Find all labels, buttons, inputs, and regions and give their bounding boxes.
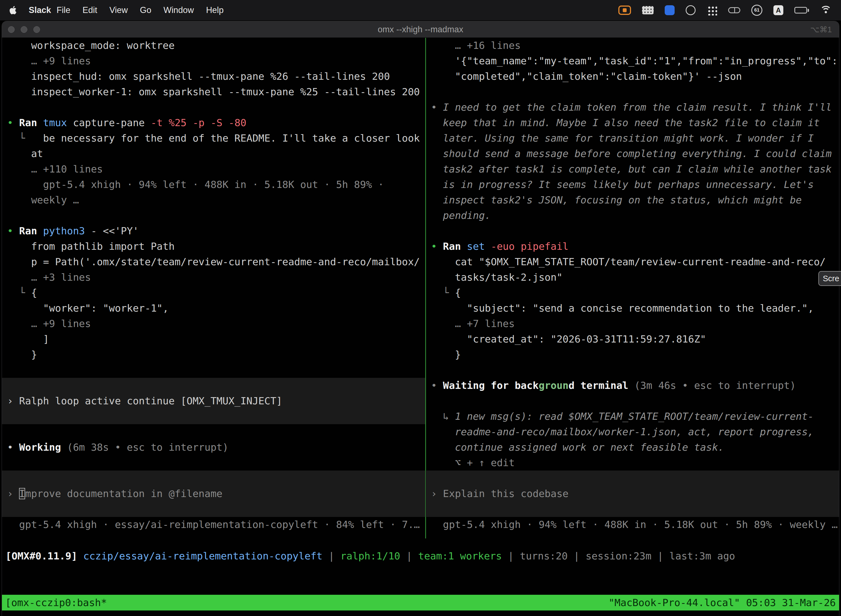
term-segment: └ — [7, 287, 31, 298]
terminal-line: from pathlib import Path — [7, 239, 425, 254]
term-segment: ] — [7, 333, 49, 345]
terminal-line — [7, 100, 425, 115]
menu-window[interactable]: Window — [163, 5, 194, 15]
terminal-line: ⌥ + ↑ edit — [431, 455, 839, 471]
terminal-line: • I need to get the claim token from the… — [431, 100, 839, 115]
tmux-session-label: [omx-cczip0:bash* — [5, 597, 107, 608]
apple-menu-icon[interactable] — [9, 5, 19, 16]
terminal-line: readme-and-reco/mailbox/worker-1.json, a… — [431, 424, 839, 440]
term-segment: is in progress? It seems likely but perh… — [431, 179, 814, 190]
term-segment: | turns:20 | session:23m | last:3m ago — [502, 550, 735, 562]
term-segment: Ran — [19, 225, 43, 236]
terminal-line: weekly … — [7, 192, 425, 208]
terminal-line: • Working (6m 38s • esc to interrupt) — [7, 440, 425, 455]
term-segment: mprove documentation in @filename — [25, 488, 223, 499]
term-segment: Ran — [19, 117, 43, 128]
screen-recording-indicator-icon[interactable] — [618, 6, 631, 15]
term-segment: (6m 38s • esc to interrupt) — [61, 441, 229, 453]
terminal-line: … +16 lines — [431, 38, 839, 53]
term-segment: | — [400, 550, 418, 562]
screen-notification-overlay[interactable]: Scre — [818, 271, 841, 286]
wifi-icon[interactable] — [820, 6, 832, 15]
terminal-line — [431, 223, 839, 239]
term-segment: 1 new msg(s): read $OMX_TEAM_STATE_ROOT/… — [455, 411, 814, 422]
prompt-input[interactable]: › Improve documentation in @filename — [7, 486, 425, 502]
menu-file[interactable]: File — [57, 5, 70, 15]
terminal-line: is in progress? It seems likely but perh… — [431, 177, 839, 192]
window-titlebar[interactable]: omx --xhigh --madmax ⌥⌘1 — [2, 21, 839, 38]
term-segment: • — [431, 380, 443, 391]
minimize-button[interactable] — [21, 26, 27, 33]
term-segment: Working — [19, 441, 61, 453]
term-segment: … +9 lines — [7, 55, 91, 66]
terminal-line: later. Using the same for transition mig… — [431, 131, 839, 146]
terminal-line — [7, 455, 425, 471]
term-segment: weekly … — [7, 194, 79, 205]
terminal-line: └ be necessary for the end of the README… — [7, 131, 425, 146]
term-segment: '{"team_name":"my-team","task_id":"1","f… — [431, 55, 839, 66]
term-segment: • — [7, 225, 19, 236]
term-segment: └ — [7, 132, 31, 144]
terminal-line: … +9 lines — [7, 53, 425, 69]
term-segment: • — [7, 117, 19, 128]
term-segment: at — [7, 148, 43, 159]
prompt-input-band[interactable]: › Improve documentation in @filename — [2, 471, 425, 517]
term-segment: workspace_mode: worktree — [7, 40, 175, 51]
battery-percent-badge[interactable]: 61 — [751, 5, 762, 16]
term-segment: p = Path('.omx/state/team/review-current… — [7, 256, 420, 267]
term-segment: I — [19, 488, 25, 499]
term-segment: inspect_worker-1: omx sparkshell --tmux-… — [7, 86, 420, 97]
menu-go[interactable]: Go — [140, 5, 151, 15]
terminal-window: omx --xhigh --madmax ⌥⌘1 workspace_mode:… — [1, 21, 840, 616]
terminal-line — [431, 84, 839, 100]
terminal-line: inspect task2's JSON, focusing on the st… — [431, 192, 839, 208]
dots-grid-icon[interactable] — [707, 5, 717, 15]
term-segment: pending. — [431, 210, 491, 221]
close-button[interactable] — [8, 26, 15, 33]
terminal-line — [431, 362, 839, 378]
term-segment: … +7 lines — [431, 318, 514, 329]
term-segment: - <<'PY' — [85, 225, 139, 236]
overlay-text: Scre — [823, 274, 840, 283]
menu-bar: Slack File Edit View Go Window Help 61 A — [0, 0, 841, 21]
pill-icon[interactable] — [728, 7, 740, 13]
term-segment: › Explain this codebase — [431, 488, 568, 499]
prompt-suggestion[interactable]: › Explain this codebase — [431, 486, 839, 502]
terminal-line: • Ran python3 - <<'PY' — [7, 223, 425, 239]
menu-view[interactable]: View — [109, 5, 128, 15]
terminal-line: … +3 lines — [7, 270, 425, 285]
term-segment: python3 — [43, 225, 85, 236]
keyboard-grid-icon[interactable] — [642, 6, 653, 14]
term-segment: readme-and-reco/mailbox/worker-1.json, a… — [431, 426, 814, 437]
terminal-line: └ { — [7, 285, 425, 301]
dark-circle-app-icon[interactable] — [686, 5, 696, 15]
ralph-loop-notice-band: › Ralph loop active continue [OMX_TMUX_I… — [2, 378, 425, 424]
term-segment: [OMX#0.11.9] — [6, 550, 84, 562]
term-segment: { — [31, 287, 37, 298]
window-title: omx --xhigh --madmax — [378, 25, 463, 35]
term-segment: tmux — [43, 117, 67, 128]
tmux-host-clock: "MacBook-Pro-44.local" 05:03 31-Mar-26 — [608, 597, 836, 608]
terminal-line: continue assigned work or next feasible … — [431, 440, 839, 455]
terminal-line: … +7 lines — [431, 316, 839, 331]
zoom-button[interactable] — [34, 26, 40, 33]
term-segment: -t %25 -p -S -80 — [151, 117, 246, 128]
app-menu-title[interactable]: Slack — [29, 5, 51, 15]
menu-edit[interactable]: Edit — [82, 5, 97, 15]
tmux-pane-right[interactable]: … +16 lines '{"team_name":"my-team","tas… — [426, 38, 839, 535]
prompt-suggestion-band[interactable]: › Explain this codebase — [426, 471, 839, 517]
terminal-line: keep that in mind. Maybe I also need the… — [431, 115, 839, 131]
battery-icon[interactable] — [794, 7, 809, 13]
term-segment: later. Using the same for transition mig… — [431, 132, 814, 144]
menu-help[interactable]: Help — [206, 5, 224, 15]
terminal-line — [7, 208, 425, 223]
blue-app-icon[interactable] — [665, 5, 675, 15]
terminal-line: • Waiting for background terminal (3m 46… — [431, 378, 839, 393]
term-segment: › Ralph loop active continue [OMX_TMUX_I… — [7, 395, 282, 406]
terminal-line: should send a message before completing … — [431, 146, 839, 161]
input-source-icon[interactable]: A — [774, 5, 783, 15]
term-segment: "created_at": "2026-03-31T11:59:27.816Z" — [431, 333, 706, 345]
term-segment: └ — [431, 287, 455, 298]
term-segment: • — [431, 101, 443, 113]
tmux-pane-left[interactable]: workspace_mode: worktree … +9 lines insp… — [2, 38, 425, 535]
